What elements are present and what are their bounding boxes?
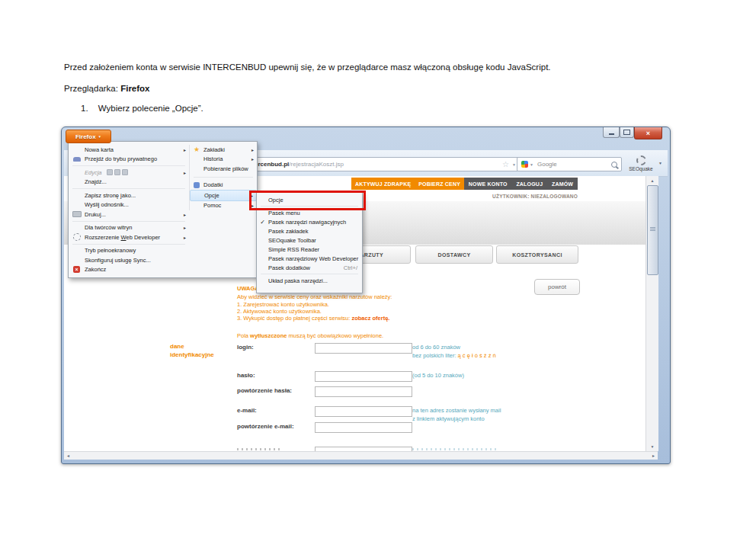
addons-puzzle-icon [194, 182, 200, 188]
menu-separator [194, 177, 253, 178]
site-nav-orange: AKTYWUJ ZDRAPKĘ POBIERZ CENY [351, 178, 464, 190]
menu-label: Opcje [204, 192, 219, 199]
password-label: hasło: [237, 372, 255, 379]
menu-item-private-browsing[interactable]: Przejdź do trybu prywatnego [69, 155, 189, 165]
menu-label: Przejdź do trybu prywatnego [85, 155, 157, 162]
menu-item-help[interactable]: Pomoc▸ [190, 201, 257, 211]
email-input[interactable] [315, 406, 412, 417]
required-post: muszą być obowiązkowo wypełnione. [287, 332, 383, 339]
submenu-item-web-developer-toolbar[interactable]: Pasek narzędziowy Web Developer [257, 254, 362, 263]
submenu-item-bookmarks-toolbar[interactable]: Pasek zakładek [257, 226, 362, 235]
menu-item-edit[interactable]: Edycja▸ [69, 168, 189, 178]
menu-separator [72, 244, 185, 245]
menu-label: Wyślij odnośnik... [85, 201, 129, 208]
tab-kosztorysanci[interactable]: KOSZTORYSANCI [496, 245, 578, 264]
clipped-row-hint-fragment [412, 448, 498, 450]
menu-label: Pasek dodatków [268, 264, 310, 271]
menu-item-setup-sync[interactable]: Skonfiguruj usługę Sync... [69, 255, 189, 265]
submenu-item-seoquake-toolbar[interactable]: SEOquake Toolbar [257, 235, 362, 245]
login-hint-1: od 6 do 60 znaków [412, 344, 460, 351]
site-nav-login-link[interactable]: ZALOGUJ [516, 181, 543, 187]
offer-link[interactable]: zobacz ofertę. [351, 315, 389, 322]
menu-item-save-page-as[interactable]: Zapisz stronę jako... [69, 191, 189, 200]
close-icon: × [646, 130, 650, 137]
menu-item-options[interactable]: Opcje▸ [190, 190, 257, 201]
back-button[interactable]: powrót [534, 279, 580, 295]
menu-label: Zakończ [85, 266, 106, 273]
minimize-button[interactable] [603, 127, 620, 138]
menu-item-downloads[interactable]: Pobieranie plików [190, 164, 257, 174]
cut-icon [107, 169, 113, 175]
search-icon[interactable] [611, 162, 617, 168]
maximize-button[interactable] [620, 127, 634, 138]
url-bar[interactable]: ercenbud.pl /rejestracjaKoszt.jsp ☆ ▼ [251, 157, 520, 171]
scroll-up-icon[interactable]: ▲ [646, 177, 658, 184]
submenu-arrow-icon: ▸ [184, 225, 186, 230]
bookmark-star-icon[interactable]: ☆ [502, 161, 509, 168]
browser-window: × Firefox ▼ ercenbud.pl /rejestracjaKosz… [61, 127, 671, 464]
site-nav-newaccount-link[interactable]: NOWE KONTO [469, 181, 508, 187]
menu-item-bookmarks[interactable]: ★Zakładki▸ [190, 145, 257, 155]
url-domain: ercenbud.pl [255, 161, 289, 168]
submenu-item-navigation-toolbar[interactable]: ✓Pasek narzędzi nawigacyjnych [257, 217, 362, 226]
menu-item-print[interactable]: Drukuj...▸ [69, 210, 189, 219]
submenu-item-addon-bar[interactable]: Pasek dodatkówCtrl+/ [257, 263, 362, 272]
site-nav-prices-link[interactable]: POBIERZ CENY [418, 181, 460, 187]
firefox-app-button[interactable]: Firefox ▼ [66, 130, 111, 143]
menu-label: Drukuj... [85, 211, 106, 218]
menu-item-send-link[interactable]: Wyślij odnośnik... [69, 200, 189, 210]
site-nav-activate-link[interactable]: AKTYWUJ ZDRAPKĘ [355, 181, 411, 187]
app-menu-right-column: ★Zakładki▸ Historia▸ Pobieranie plików D… [189, 145, 257, 210]
menu-item-web-developer[interactable]: Dla twórców witryn▸ [69, 223, 189, 233]
menu-item-web-developer-extension[interactable]: Rozszerzenie Web Developer▸ [69, 232, 189, 242]
menu-separator [72, 221, 185, 222]
email-repeat-label: powtórzenie e-mail: [237, 423, 294, 430]
scroll-left-icon[interactable]: ◄ [66, 453, 70, 458]
password-input[interactable] [315, 371, 412, 382]
search-engine-dropdown-icon[interactable]: ▼ [530, 162, 533, 167]
menu-item-exit[interactable]: ×Zakończ [69, 265, 189, 275]
section-label-line1: dane [170, 342, 214, 351]
url-path: /rejestracjaKoszt.jsp [289, 161, 344, 168]
seoquake-toolbar-button[interactable]: SEOquake ▼ [619, 153, 663, 174]
menu-item-addons[interactable]: Dodatki [190, 181, 257, 191]
login-hint-2: bez polskich liter: ą ć ę ł ó ś ż ź ń [412, 352, 496, 359]
url-dropdown-icon[interactable]: ▼ [512, 162, 516, 167]
scroll-right-icon[interactable]: ► [652, 453, 655, 458]
menu-item-history[interactable]: Historia▸ [190, 155, 257, 165]
required-pre: Pola [237, 332, 250, 339]
vertical-scrollbar-thumb[interactable] [647, 185, 658, 275]
doc-intro-text: Przed założeniem konta w serwisie INTERC… [64, 62, 551, 72]
checkmark-icon: ✓ [260, 219, 265, 226]
scroll-down-icon[interactable]: ▼ [646, 443, 658, 450]
horizontal-scrollbar[interactable]: ◄ ► [64, 451, 658, 460]
submenu-item-customize-toolbar[interactable]: Układ paska narzędzi... [257, 276, 362, 285]
menu-label: Tryb pełnoekranowy [85, 247, 136, 254]
submenu-item-simple-rss-reader[interactable]: Simple RSS Reader [257, 245, 362, 254]
menu-item-find[interactable]: Znajdź... [69, 178, 189, 187]
login-hint-2-text: bez polskich liter: [412, 352, 458, 359]
menu-label: Pobieranie plików [203, 165, 248, 172]
submenu-arrow-icon: ▸ [184, 212, 186, 217]
close-button[interactable]: × [634, 127, 662, 139]
notice-line-1: Aby widzieć w serwisie ceny oraz wskaźni… [237, 293, 392, 300]
password-repeat-input[interactable] [315, 386, 412, 397]
login-label: login: [237, 344, 254, 351]
login-input[interactable] [315, 343, 412, 354]
tab-dostawcy[interactable]: DOSTAWCY [415, 245, 493, 264]
menu-label: Simple RSS Reader [268, 246, 319, 253]
menu-item-new-tab[interactable]: Nowa karta▸ [69, 145, 189, 155]
menu-item-fullscreen[interactable]: Tryb pełnoekranowy [69, 246, 189, 256]
submenu-arrow-icon: ▸ [184, 235, 186, 240]
menu-separator [261, 274, 358, 274]
seoquake-dropdown-icon[interactable]: ▼ [658, 161, 662, 165]
menu-label: SEOquake Toolbar [268, 237, 316, 244]
menu-label: Znajdź... [85, 178, 107, 185]
email-repeat-input[interactable] [315, 422, 412, 433]
submenu-arrow-icon: ▸ [184, 147, 186, 152]
search-box[interactable]: ▼ Google [517, 157, 622, 171]
notice-line-4-text: 3. Wykupić dostęp do płatnej części serw… [237, 315, 351, 322]
chevron-down-icon: ▼ [98, 135, 101, 139]
vertical-scrollbar[interactable]: ▲ ▼ [645, 176, 658, 451]
site-nav-order-link[interactable]: ZAMÓW [552, 181, 573, 187]
